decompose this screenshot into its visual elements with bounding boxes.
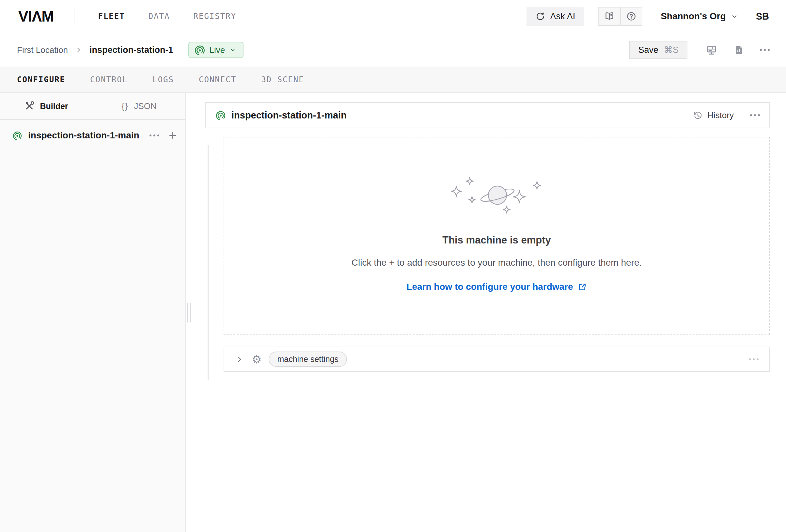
- save-label: Save: [638, 45, 658, 55]
- chevron-down-icon: [229, 46, 236, 53]
- tab-configure[interactable]: CONFIGURE: [17, 75, 65, 84]
- top-nav: VIΛM FLEET DATA REGISTRY Ask AI: [0, 0, 786, 33]
- part-title: inspection-station-1-main: [231, 110, 347, 121]
- machine-report-button[interactable]: [733, 44, 744, 55]
- part-workspace: This machine is empty Click the + to add…: [205, 137, 770, 372]
- part-header-card: inspection-station-1-main History: [205, 102, 770, 128]
- part-guide-line: [208, 145, 209, 380]
- help-button[interactable]: [620, 7, 642, 25]
- expand-chevron-icon[interactable]: [235, 355, 244, 364]
- machine-bar: First Location inspection-station-1 Live…: [0, 33, 786, 67]
- add-resource-button[interactable]: [168, 131, 178, 140]
- settings-more-button[interactable]: [749, 358, 759, 360]
- part-more-button[interactable]: [149, 135, 159, 136]
- builder-toggle[interactable]: Builder: [0, 93, 93, 119]
- empty-state-title: This machine is empty: [442, 234, 551, 246]
- config-sidebar: Builder {} JSON inspection-station-1-mai…: [0, 93, 186, 532]
- crossed-tools-icon: [24, 101, 34, 111]
- machine-settings-pill[interactable]: machine settings: [269, 351, 347, 367]
- clock-history-icon: [693, 110, 703, 120]
- nav-item-registry[interactable]: REGISTRY: [193, 12, 237, 21]
- history-button[interactable]: History: [693, 110, 734, 120]
- book-icon: [604, 11, 615, 22]
- viam-logo[interactable]: VIΛM: [18, 7, 53, 25]
- builder-json-toggle: Builder {} JSON: [0, 93, 185, 120]
- history-label: History: [707, 110, 734, 120]
- machine-status-dropdown[interactable]: Live: [188, 42, 244, 58]
- machine-part-broadcast-icon: [215, 110, 226, 120]
- gear-icon: ⚙: [252, 354, 261, 365]
- tab-logs[interactable]: LOGS: [153, 75, 174, 84]
- config-main: inspection-station-1-main History: [186, 93, 786, 532]
- machine-tabs: CONFIGURE CONTROL LOGS CONNECT 3D SCENE: [0, 67, 786, 93]
- content-area: Builder {} JSON inspection-station-1-mai…: [0, 93, 786, 532]
- ask-ai-button[interactable]: Ask AI: [527, 7, 584, 26]
- machine-part-broadcast-icon: [194, 44, 205, 55]
- planet-sparkles-illustration: [451, 177, 542, 216]
- machine-settings-card: ⚙ machine settings: [224, 347, 770, 372]
- documentation-button[interactable]: [599, 7, 620, 25]
- configure-hardware-link[interactable]: Learn how to configure your hardware: [407, 282, 586, 292]
- machine-more-button[interactable]: [760, 49, 770, 51]
- part-card-more-button[interactable]: [750, 114, 760, 116]
- json-toggle[interactable]: {} JSON: [93, 93, 185, 119]
- save-shortcut: ⌘S: [664, 45, 678, 55]
- machine-page-button[interactable]: [706, 44, 717, 56]
- sidebar-resize-handle[interactable]: [187, 303, 191, 322]
- ai-refresh-sparkle-icon: [535, 11, 546, 22]
- user-avatar[interactable]: SB: [756, 11, 769, 22]
- tab-3d-scene[interactable]: 3D SCENE: [261, 75, 304, 84]
- nav-item-fleet[interactable]: FLEET: [98, 12, 125, 21]
- chevron-down-icon: [731, 13, 738, 20]
- sidebar-part-name: inspection-station-1-main: [28, 130, 139, 141]
- link-label: Learn how to configure your hardware: [407, 282, 573, 292]
- builder-label: Builder: [40, 101, 68, 111]
- tab-connect[interactable]: CONNECT: [199, 75, 236, 84]
- machine-name: inspection-station-1: [89, 45, 173, 55]
- status-label: Live: [210, 45, 225, 55]
- empty-resources-dropzone: This machine is empty Click the + to add…: [224, 137, 770, 334]
- docs-help-group: [598, 7, 642, 26]
- nav-divider: [74, 9, 74, 24]
- monitor-icon: [706, 44, 717, 56]
- json-label: JSON: [134, 101, 157, 111]
- ask-ai-label: Ask AI: [550, 11, 576, 22]
- tab-control[interactable]: CONTROL: [90, 75, 128, 84]
- org-switcher[interactable]: Shannon's Org: [661, 11, 738, 22]
- sidebar-part-item[interactable]: inspection-station-1-main: [0, 122, 185, 148]
- breadcrumb-location[interactable]: First Location: [17, 45, 68, 55]
- empty-state-subtitle: Click the + to add resources to your mac…: [351, 257, 642, 268]
- question-circle-icon: [626, 11, 637, 22]
- machine-part-broadcast-icon: [13, 131, 22, 140]
- braces-icon: {}: [121, 101, 128, 111]
- external-link-icon: [578, 282, 587, 292]
- save-button[interactable]: Save ⌘S: [629, 41, 688, 59]
- nav-item-data[interactable]: DATA: [148, 12, 170, 21]
- org-name: Shannon's Org: [661, 11, 726, 22]
- breadcrumb-chevron-icon: [75, 46, 82, 53]
- file-chart-icon: [733, 44, 744, 55]
